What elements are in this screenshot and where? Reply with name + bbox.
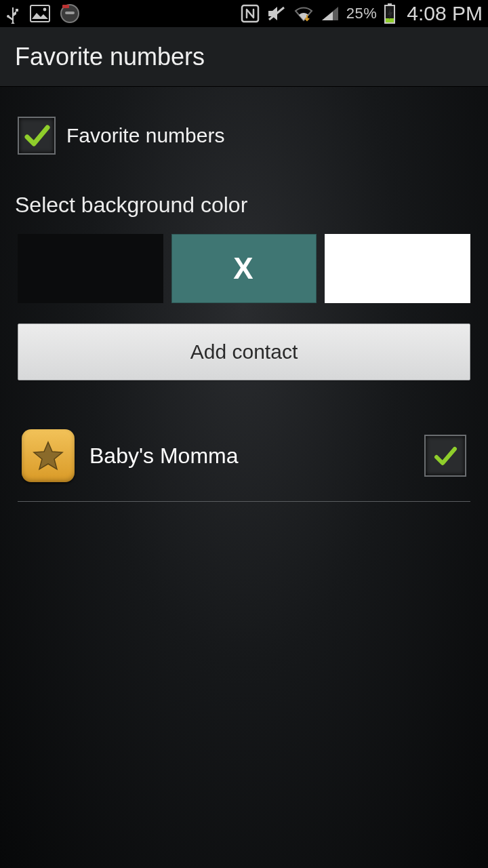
bg-color-black[interactable]: [18, 234, 163, 303]
favorite-numbers-label: Favorite numbers: [66, 124, 224, 147]
contact-checkbox[interactable]: [424, 435, 466, 477]
signal-icon: [321, 5, 340, 22]
wifi-icon: [293, 5, 314, 22]
status-bar: 25% 4:08 PM: [0, 0, 488, 27]
app-header: Favorite numbers: [0, 27, 488, 87]
check-icon: [432, 442, 459, 469]
bg-color-white[interactable]: [325, 234, 470, 303]
selected-mark: X: [233, 252, 254, 285]
status-left: [5, 3, 80, 24]
contacts-list: Baby's Momma: [0, 380, 488, 502]
mute-icon: [266, 5, 287, 22]
content: Favorite numbers Select background color…: [0, 87, 488, 502]
favorite-star-icon: [22, 429, 75, 482]
bg-color-swatches: X: [0, 234, 488, 303]
battery-percent: 25%: [346, 5, 378, 22]
app-badge-icon: [60, 3, 80, 24]
status-clock: 4:08 PM: [407, 2, 483, 25]
add-contact-button[interactable]: Add contact: [18, 323, 470, 380]
svg-rect-9: [386, 18, 394, 22]
contact-row[interactable]: Baby's Momma: [18, 429, 470, 502]
contact-name: Baby's Momma: [89, 443, 239, 469]
favorite-numbers-row[interactable]: Favorite numbers: [0, 87, 488, 175]
svg-rect-0: [30, 5, 49, 22]
picture-icon: [30, 5, 50, 22]
usb-icon: [5, 3, 20, 24]
bg-color-label: Select background color: [0, 175, 488, 234]
page-title: Favorite numbers: [15, 43, 205, 71]
nfc-icon: [241, 4, 260, 23]
check-icon: [23, 122, 50, 149]
svg-point-1: [43, 8, 47, 12]
svg-rect-4: [62, 5, 69, 8]
bg-color-teal[interactable]: X: [171, 234, 317, 303]
svg-rect-3: [65, 12, 75, 14]
favorite-numbers-checkbox[interactable]: [18, 117, 56, 155]
status-right: 25% 4:08 PM: [241, 2, 483, 25]
add-contact-label: Add contact: [190, 340, 298, 363]
battery-icon: [384, 3, 396, 24]
